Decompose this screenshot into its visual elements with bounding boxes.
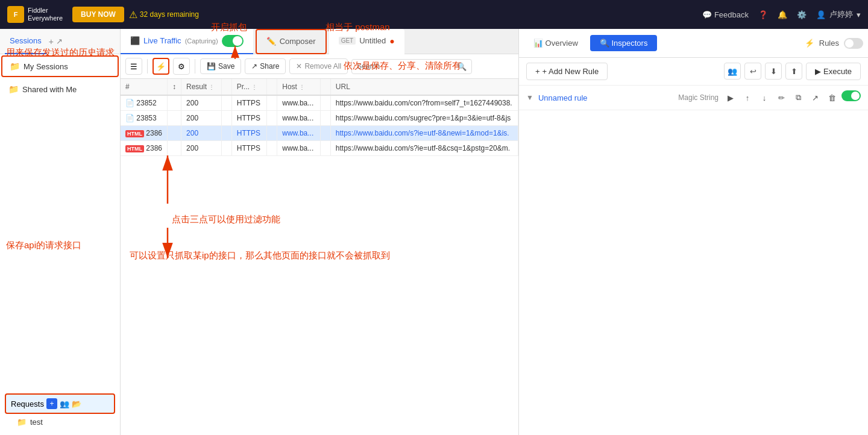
- folder-icon: 📁: [10, 61, 20, 71]
- inspectors-tab[interactable]: 🔍 Inspectors: [590, 35, 658, 51]
- table-row[interactable]: 📄 23852 200 HTTPS www.ba... https://www.…: [121, 95, 518, 111]
- my-sessions-label: My Sessions: [24, 62, 68, 71]
- remove-all-button[interactable]: ✕ Remove All: [289, 58, 348, 74]
- composer-tab[interactable]: ✏️ Composer: [256, 29, 327, 54]
- rule-name[interactable]: Unnamed rule: [538, 93, 673, 102]
- topbar-actions: 💬 Feedback ❓ 🔔 ⚙️ 👤 卢婷婷 ▾: [702, 9, 861, 20]
- buy-now-button[interactable]: BUY NOW: [72, 7, 124, 22]
- untitled-tab[interactable]: GET Untitled ●: [329, 29, 404, 54]
- columns-button[interactable]: ☰: [125, 58, 142, 75]
- filter-button[interactable]: ⚡: [153, 58, 169, 75]
- col-protocol: Pr... ⋮: [231, 79, 266, 95]
- cell-result-extra: [221, 126, 231, 141]
- rule-expand-icon[interactable]: ▼: [526, 93, 533, 102]
- run-rule-button[interactable]: ▶: [723, 90, 738, 105]
- chevron-down-icon: ▾: [857, 10, 861, 19]
- edit-rule-button[interactable]: ✏: [774, 90, 788, 105]
- remove-all-label: Remove All: [304, 62, 341, 70]
- cell-url: https://www.baidu.com/con?from=self7_t=1…: [330, 95, 518, 111]
- delete-rule-button[interactable]: 🗑: [825, 90, 839, 105]
- warning-text: 32 days remaining: [140, 10, 199, 19]
- user-name: 卢婷婷: [829, 9, 853, 20]
- cell-host-extra: [320, 95, 330, 111]
- share-rule-button[interactable]: ↗: [808, 90, 822, 105]
- remove-icon: ✕: [296, 62, 302, 70]
- cell-protocol: HTTPS: [231, 111, 266, 126]
- add-rule-icon: +: [535, 67, 540, 76]
- table-row[interactable]: 📄 23853 200 HTTPS www.ba... https://www.…: [121, 111, 518, 126]
- add-session-icon[interactable]: +: [49, 37, 54, 46]
- live-traffic-label: Live Traffic: [143, 36, 181, 45]
- move-up-button[interactable]: ↑: [740, 90, 755, 105]
- get-badge: GET: [339, 37, 356, 45]
- test-folder[interactable]: 📁 test: [5, 414, 115, 430]
- cell-protocol: HTTPS: [231, 141, 266, 156]
- undo-action[interactable]: ↩: [744, 63, 761, 80]
- cell-url: https://www.baidu.com/s?ie=utf-8&newi=1&…: [330, 126, 518, 141]
- cell-id: 📄 23852: [121, 95, 168, 111]
- feedback-icon: 💬: [702, 10, 712, 19]
- sessions-table: # ↕ Result ⋮ Pr... ⋮ Host ⋮ URL 📄 23852: [121, 79, 518, 435]
- main-toolbar: ☰ ⚡ ⚙ 💾 Save ↗ Share ✕ Remove All 🔍: [121, 54, 518, 79]
- cell-result: 200: [181, 141, 222, 156]
- rule-row: ▼ Unnamed rule Magic String ▶ ↑ ↓ ✏ ⧉ ↗ …: [519, 86, 868, 110]
- rule-controls: ▶ ↑ ↓ ✏ ⧉ ↗ 🗑: [723, 90, 861, 105]
- cell-result-extra: [221, 141, 231, 156]
- save-button[interactable]: 💾 Save: [200, 58, 241, 74]
- download-action[interactable]: ⬇: [765, 63, 782, 80]
- traffic-icon: ⬛: [130, 36, 140, 45]
- my-sessions-item[interactable]: 📁 My Sessions: [1, 55, 119, 77]
- upload-action[interactable]: ⬆: [785, 63, 802, 80]
- share-session-icon[interactable]: ↗: [56, 37, 63, 46]
- shared-folder-icon: 📁: [8, 84, 19, 94]
- topbar: F Fiddler Everywhere BUY NOW ⚠ 32 days r…: [0, 0, 868, 29]
- inspect-icon: 🔍: [600, 39, 609, 48]
- add-user-action[interactable]: 👥: [724, 63, 741, 80]
- chart-icon: 📊: [533, 39, 543, 48]
- more-options-button[interactable]: ⚙: [173, 58, 190, 75]
- settings-icon[interactable]: ⚙️: [797, 10, 807, 19]
- cell-url: https://www.baidu.com/s?ie=utf-8&csq=1&p…: [330, 141, 518, 156]
- requests-header[interactable]: Requests + 👥 📂: [5, 393, 115, 414]
- execute-icon: ▶: [815, 67, 821, 76]
- capture-status: (Capturing): [185, 37, 218, 45]
- add-folder-icon[interactable]: 📂: [72, 399, 81, 408]
- cell-protocol: HTTPS: [231, 95, 266, 111]
- user-menu[interactable]: 👤 卢婷婷 ▾: [816, 9, 861, 20]
- share-button[interactable]: ↗ Share: [245, 58, 286, 74]
- capture-toggle[interactable]: [222, 35, 244, 47]
- copy-rule-button[interactable]: ⧉: [791, 90, 805, 105]
- shared-with-me-item[interactable]: 📁 Shared with Me: [0, 78, 120, 100]
- cell-arrow: [168, 126, 181, 141]
- bell-icon[interactable]: 🔔: [778, 10, 787, 19]
- add-request-button[interactable]: +: [46, 398, 57, 409]
- overview-tab[interactable]: 📊 Overview: [524, 35, 588, 51]
- composer-label: Composer: [280, 37, 316, 46]
- move-down-button[interactable]: ↓: [757, 90, 772, 105]
- share-label: Share: [260, 62, 279, 70]
- rules-switch[interactable]: [844, 38, 863, 49]
- col-protocol-menu: [267, 79, 277, 95]
- logo-text: Fiddler Everywhere: [28, 7, 63, 22]
- warning-icon: ⚠: [129, 9, 137, 20]
- rule-type: Magic String: [678, 93, 719, 102]
- search-input[interactable]: [357, 62, 457, 70]
- requests-label: Requests: [11, 399, 44, 408]
- search-box[interactable]: 🔍: [351, 59, 472, 74]
- execute-button[interactable]: ▶ Execute: [806, 63, 861, 80]
- help-icon[interactable]: ❓: [758, 10, 768, 19]
- feedback-button[interactable]: 💬 Feedback: [702, 10, 749, 19]
- cell-result: 200: [181, 111, 222, 126]
- table-row[interactable]: HTML 2386 200 HTTPS www.ba... https://ww…: [121, 141, 518, 156]
- cell-host-extra: [320, 111, 330, 126]
- content-area: ⬛ Live Traffic (Capturing) ✏️ Composer G…: [121, 29, 518, 435]
- rule-toggle[interactable]: [841, 90, 861, 101]
- table-row[interactable]: HTML 2386 200 HTTPS www.ba... https://ww…: [121, 126, 518, 141]
- col-host-menu: [320, 79, 330, 95]
- sessions-tab[interactable]: Sessions: [5, 29, 46, 54]
- add-new-rule-button[interactable]: + + Add New Rule: [526, 63, 608, 80]
- live-traffic-tab[interactable]: ⬛ Live Traffic (Capturing): [121, 29, 253, 54]
- share-requests-icon[interactable]: 👥: [60, 399, 69, 408]
- cell-url: https://www.baidu.com/sugrec?pre=1&p=3&i…: [330, 111, 518, 126]
- cell-id: HTML 2386: [121, 141, 168, 156]
